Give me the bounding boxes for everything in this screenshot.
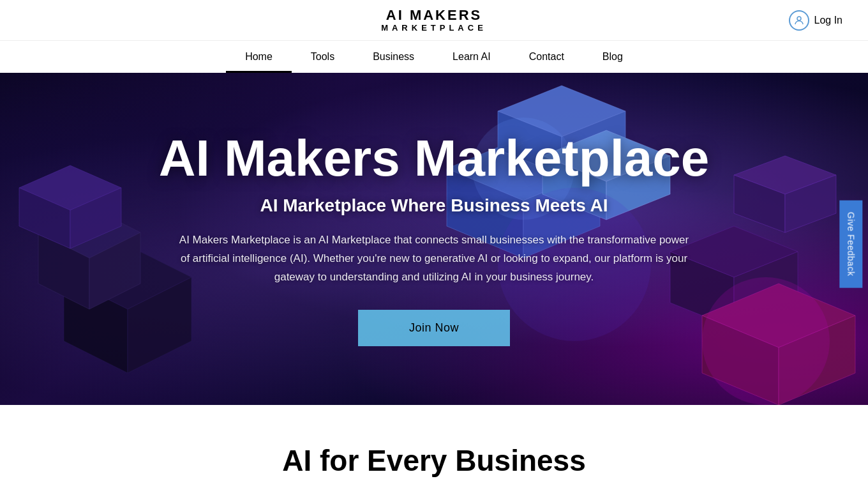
svg-point-0 <box>797 17 801 20</box>
nav-item-learn-ai[interactable]: Learn AI <box>433 41 510 73</box>
header: AI MAKERS MARKETPLACE Log In <box>0 0 868 41</box>
hero-section: AI Makers Marketplace AI Marketplace Whe… <box>0 73 868 405</box>
hero-subtitle: AI Marketplace Where Business Meets AI <box>159 195 710 216</box>
nav-item-blog[interactable]: Blog <box>583 41 642 73</box>
feedback-tab[interactable]: Give Feedback <box>840 201 863 288</box>
logo[interactable]: AI MAKERS MARKETPLACE <box>381 8 487 33</box>
hero-content: AI Makers Marketplace AI Marketplace Whe… <box>95 132 774 346</box>
nav-item-tools[interactable]: Tools <box>292 41 354 73</box>
login-button[interactable]: Log In <box>789 10 842 31</box>
user-icon <box>789 10 809 31</box>
logo-title: AI MAKERS <box>381 8 487 23</box>
nav-item-home[interactable]: Home <box>226 41 292 73</box>
nav-item-business[interactable]: Business <box>354 41 433 73</box>
nav-item-contact[interactable]: Contact <box>510 41 583 73</box>
below-fold-section: AI for Every Business <box>0 405 868 488</box>
main-nav: Home Tools Business Learn AI Contact Blo… <box>0 41 868 73</box>
join-now-button[interactable]: Join Now <box>358 310 510 346</box>
logo-subtitle: MARKETPLACE <box>381 23 487 33</box>
hero-title: AI Makers Marketplace <box>159 132 710 185</box>
hero-description: AI Makers Marketplace is an AI Marketpla… <box>179 231 689 287</box>
login-label: Log In <box>814 15 842 26</box>
below-fold-title: AI for Every Business <box>26 443 842 478</box>
